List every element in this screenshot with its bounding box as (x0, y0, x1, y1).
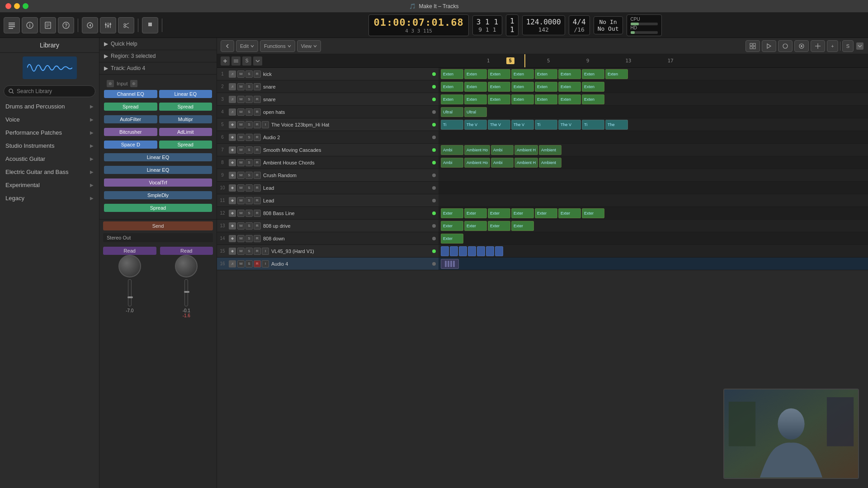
clip-3[interactable]: Exter (511, 221, 534, 231)
clip-4[interactable]: Exter (535, 208, 557, 218)
clip-4[interactable]: Ambient (539, 145, 561, 155)
input-monitor-button[interactable]: I (262, 248, 269, 255)
track-row-3[interactable]: 3♬MSRsnare (217, 93, 439, 106)
search-box[interactable]: Search Library (4, 85, 95, 97)
track-row-15[interactable]: 15◆MSRIVL45_93 (Hard V1) (217, 245, 439, 258)
quick-help-header[interactable]: ▶ Quick Help (99, 38, 217, 50)
close-button[interactable] (5, 3, 11, 9)
clip-0[interactable]: Exten (441, 69, 463, 79)
edit-menu[interactable]: Edit (236, 40, 258, 52)
vocaltrf-btn[interactable]: VocalTrf (104, 178, 212, 187)
solo-button[interactable]: S (245, 159, 253, 166)
clip-3[interactable]: Exten (511, 69, 534, 79)
view-menu[interactable]: View (297, 40, 321, 52)
clip-4[interactable]: Exten (535, 94, 557, 104)
lib-item-acoustic[interactable]: Acoustic Guitar ▶ (0, 152, 99, 165)
clip-0[interactable]: Ultral (441, 107, 463, 117)
solo-button[interactable]: S (245, 235, 253, 242)
clip-lane-10[interactable] (439, 182, 868, 194)
spread-btn-r[interactable]: Spread (159, 103, 212, 111)
lib-item-experimental[interactable]: Experimental ▶ (0, 178, 99, 192)
clip-1[interactable]: Exter (464, 208, 487, 218)
record-arm-button[interactable]: R (254, 172, 261, 179)
mute-button[interactable]: M (237, 172, 245, 179)
clip-5[interactable]: Exter (558, 208, 581, 218)
clip-0[interactable]: Ambi (441, 158, 463, 168)
space-d-btn[interactable]: Space D (104, 141, 157, 149)
solo-button[interactable]: S (245, 134, 253, 141)
info-button[interactable]: i (22, 17, 38, 33)
track-row-4[interactable]: 4♬MSRopen hats (217, 106, 439, 118)
record-arm-button[interactable]: R (254, 184, 261, 192)
mute-button[interactable]: M (237, 159, 245, 166)
track-row-11[interactable]: 11◆MSRLead (217, 194, 439, 207)
record-arm-button[interactable]: R (254, 121, 261, 128)
mute-button[interactable]: M (237, 248, 245, 255)
track-row-9[interactable]: 9◆MSRCrush Random (217, 169, 439, 182)
clip-lane-6[interactable] (439, 131, 868, 144)
minimize-button[interactable] (14, 3, 20, 9)
linear-eq-btn[interactable]: Linear EQ (159, 90, 212, 98)
blue-clip-2[interactable] (486, 246, 494, 256)
record-arm-button[interactable]: R (254, 222, 261, 230)
track-row-13[interactable]: 13◆MSR808 up drive (217, 220, 439, 232)
clip-5[interactable]: Exten (558, 94, 581, 104)
blue-clip-extra-0[interactable] (459, 246, 467, 256)
bitcrusher-btn[interactable]: Bitcrusher (104, 128, 157, 136)
mute-button[interactable]: M (237, 197, 245, 204)
clip-lane-14[interactable]: Exter (439, 232, 868, 245)
record-arm-button[interactable]: R (254, 70, 261, 78)
mute-button[interactable]: M (237, 222, 245, 230)
blue-clip-1[interactable] (450, 246, 458, 256)
solo-button[interactable]: S (245, 83, 253, 90)
record-arm-button[interactable]: R (254, 134, 261, 141)
clip-6[interactable]: Ti (582, 120, 604, 130)
stop-button[interactable] (142, 17, 158, 33)
channel-eq-btn[interactable]: Channel EQ (104, 90, 157, 98)
track-row-12[interactable]: 12◆MSR808 Bass Line (217, 207, 439, 220)
clip-0[interactable]: Exter (441, 208, 463, 218)
spread-btn-r2[interactable]: Spread (159, 141, 212, 149)
clip-3[interactable]: The V (511, 120, 534, 130)
fader-slider-left[interactable] (128, 279, 132, 306)
clip-2[interactable]: Exten (488, 69, 510, 79)
clip-1[interactable]: Ambient Ho (464, 145, 490, 155)
dropdown-indicator[interactable] (856, 42, 863, 50)
mute-button[interactable]: M (237, 121, 245, 128)
clip-5[interactable]: Exten (558, 69, 581, 79)
track-row-2[interactable]: 2♬MSRsnare (217, 80, 439, 93)
audio4-clip[interactable] (441, 259, 459, 269)
lib-item-electric[interactable]: Electric Guitar and Bass ▶ (0, 165, 99, 178)
lib-item-performance[interactable]: Performance Patches ▶ (0, 126, 99, 139)
solo-button[interactable]: S (245, 260, 253, 267)
notes-button[interactable] (40, 17, 56, 33)
clip-0[interactable]: Exten (441, 94, 463, 104)
clip-0[interactable]: Ti (441, 120, 463, 130)
cycle-btn[interactable] (794, 40, 809, 52)
send-button[interactable]: Send (103, 221, 213, 230)
clip-3[interactable]: Exter (511, 208, 534, 218)
blue-clip-extra-2[interactable] (477, 246, 485, 256)
s-btn[interactable]: S (242, 56, 251, 66)
clip-4[interactable]: Exten (535, 69, 557, 79)
linear-eq-btn2[interactable]: Linear EQ (104, 153, 212, 161)
clip-1[interactable]: Ambient Ho (464, 158, 490, 168)
functions-menu[interactable]: Functions (260, 40, 295, 52)
blue-clip-0[interactable] (441, 246, 449, 256)
clip-3[interactable]: Ambient H (514, 158, 538, 168)
clip-6[interactable]: Exten (582, 94, 604, 104)
mute-button[interactable]: M (237, 96, 245, 103)
multipr-btn[interactable]: Multipr (159, 115, 212, 123)
clip-lane-16[interactable] (439, 258, 868, 270)
spread-btn-l2[interactable]: Spread (104, 204, 212, 212)
clip-lane-13[interactable]: ExterExterExterExter (439, 220, 868, 232)
clip-4[interactable]: Ultral (464, 107, 487, 117)
mixer-button[interactable] (100, 17, 116, 33)
mute-button[interactable]: M (237, 235, 245, 242)
track-row-7[interactable]: 7◆MSRSmooth Moving Cascades (217, 144, 439, 156)
clip-lane-3[interactable]: ExtenExtenExtenExtenExtenExtenExten (439, 93, 868, 106)
clip-1[interactable]: The V (464, 120, 487, 130)
smplediy-btn[interactable]: SmpleDly (104, 191, 212, 199)
solo-button[interactable]: S (245, 222, 253, 230)
clip-3[interactable]: Ambient H (514, 145, 538, 155)
